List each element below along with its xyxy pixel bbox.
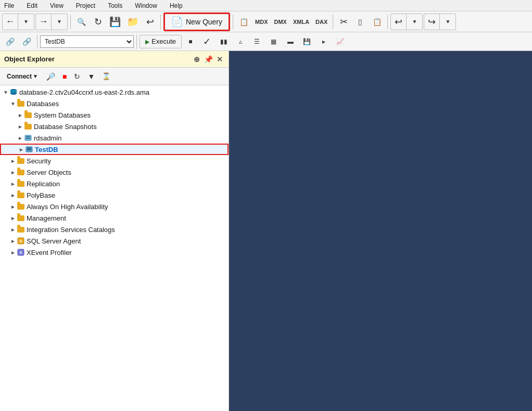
oe-tree[interactable]: ▼ database-2.ctv2u04ccrxf.us-east-2.rds.… (0, 85, 229, 411)
result-to-file[interactable]: 💾 (299, 33, 315, 50)
always-on-node[interactable]: ► Always On High Availability (0, 201, 229, 212)
redo-group: ↪ ▼ (424, 14, 456, 30)
management-node[interactable]: ► Management (0, 212, 229, 224)
menu-project[interactable]: Project (74, 1, 97, 10)
server-node[interactable]: ▼ database-2.ctv2u04ccrxf.us-east-2.rds.… (0, 86, 229, 98)
server-objects-node[interactable]: ► Server Objects (0, 166, 229, 178)
undo-drop[interactable]: ▼ (407, 14, 422, 30)
result-to-text[interactable]: ▬ (283, 33, 298, 50)
testdb-node[interactable]: ► TestDB (0, 144, 229, 155)
menu-file[interactable]: File (2, 1, 16, 10)
svg-point-2 (10, 93, 17, 95)
oe-filter-settings[interactable]: ▼ (85, 71, 97, 82)
result-to-grid[interactable]: ▦ (266, 33, 282, 50)
connect-button[interactable]: Connect ▼ (3, 71, 42, 82)
object-explorer-button[interactable]: 🔍 (73, 14, 89, 30)
query-options[interactable]: ☰ (249, 33, 265, 50)
sql-agent-node[interactable]: ► S SQL Server Agent (0, 235, 229, 247)
db-snapshots-node[interactable]: ► Database Snapshots (0, 121, 229, 132)
copy-button[interactable]: 📋 (236, 14, 251, 30)
xevent-node[interactable]: ► X XEvent Profiler (0, 247, 229, 258)
separator-t2-1 (37, 34, 37, 49)
back-button[interactable]: ← (3, 14, 18, 30)
open-button[interactable]: 📁 (124, 14, 141, 30)
svg-text:S: S (19, 239, 22, 243)
polybase-folder-icon (17, 191, 25, 199)
menu-help[interactable]: Help (168, 1, 185, 10)
server-objects-label: Server Objects (27, 169, 71, 176)
display-estimated-plan[interactable]: ▵ (233, 33, 248, 50)
xevent-label: XEvent Profiler (27, 249, 72, 256)
dax-button[interactable]: DAX (313, 14, 330, 30)
dmx-button[interactable]: DMX (271, 14, 289, 30)
oe-pin-icon[interactable]: ⊕ (192, 55, 201, 63)
replication-node[interactable]: ► Replication (0, 178, 229, 189)
databases-node[interactable]: ▼ Databases (0, 98, 229, 109)
sys-db-folder-icon (24, 111, 32, 119)
svg-rect-4 (26, 136, 30, 137)
undo-button[interactable]: ↩ (391, 14, 407, 30)
refresh-button[interactable]: ↻ (90, 14, 106, 30)
polybase-node[interactable]: ► PolyBase (0, 189, 229, 201)
menu-edit[interactable]: Edit (24, 1, 40, 10)
menu-window[interactable]: Window (133, 1, 159, 10)
oe-stop-button[interactable]: ■ (60, 71, 69, 82)
oe-toolbar: Connect ▼ 🔎 ■ ↻ ▼ ⌛ (0, 68, 229, 85)
testdb-db-icon (25, 145, 33, 153)
oe-pin-vertical-icon[interactable]: 📌 (204, 55, 213, 63)
menu-view[interactable]: View (48, 1, 66, 10)
db-snapshots-label: Database Snapshots (34, 123, 97, 131)
save-button[interactable]: 💾 (107, 14, 123, 30)
disconnect-icon-btn[interactable]: 🔗 (19, 33, 34, 50)
menu-tools[interactable]: Tools (106, 1, 124, 10)
copy2-button[interactable]: ▯ (352, 14, 368, 30)
mdx-button[interactable]: MDX (252, 14, 270, 30)
new-query-icon: 📄 (171, 16, 183, 28)
oe-refresh-button[interactable]: ↻ (71, 71, 83, 82)
paste-button[interactable]: 📋 (369, 14, 385, 30)
integration-services-node[interactable]: ► Integration Services Catalogs (0, 224, 229, 235)
always-on-expand-icon: ► (9, 204, 17, 210)
integration-services-label: Integration Services Catalogs (27, 226, 115, 234)
oe-object-filter[interactable]: ⌛ (99, 71, 113, 82)
connect-dropdown-icon[interactable]: ▼ (33, 73, 38, 79)
include-client-stats[interactable]: ▮▮ (216, 33, 232, 50)
testdb-label: TestDB (35, 146, 58, 153)
back-dropdown[interactable]: ▼ (18, 14, 34, 30)
stop-button[interactable]: ■ (183, 33, 198, 50)
forward-dropdown[interactable]: ▼ (52, 14, 67, 30)
always-on-folder-icon (17, 202, 25, 211)
xevent-expand-icon: ► (9, 250, 17, 255)
live-stats[interactable]: 📈 (333, 33, 348, 50)
rdsadmin-node[interactable]: ► rdsadmin (0, 132, 229, 144)
query-editor-pane[interactable] (229, 51, 532, 411)
testdb-expand-icon: ► (18, 147, 25, 152)
forward-button[interactable]: → (36, 14, 52, 30)
oe-close-icon[interactable]: ✕ (215, 55, 224, 63)
nav-button-group: ← ▼ (2, 14, 34, 30)
undo-group[interactable]: ↩ (142, 14, 158, 30)
system-databases-node[interactable]: ► System Databases (0, 109, 229, 121)
redo-button[interactable]: ↪ (424, 14, 440, 30)
actual-plan[interactable]: ▸ (316, 33, 332, 50)
query-toolbar: 🔗 🔗 TestDB master rdsadmin Execute ■ ✓ ▮… (0, 32, 532, 51)
security-node[interactable]: ► Security (0, 155, 229, 166)
sql-agent-icon: S (17, 237, 25, 245)
object-explorer-title: Object Explorer (4, 55, 55, 63)
oe-filter-button[interactable]: 🔎 (44, 71, 58, 82)
server-expand-icon: ▼ (2, 89, 9, 95)
redo-drop[interactable]: ▼ (440, 14, 455, 30)
cut-button[interactable]: ✂ (336, 14, 351, 30)
rdsadmin-label: rdsadmin (34, 134, 61, 142)
security-label: Security (27, 157, 51, 165)
new-query-label: New Query (186, 18, 222, 26)
undo-redo-group: ↩ ▼ (390, 14, 423, 30)
xmla-button[interactable]: XMLA (290, 14, 312, 30)
connect-icon-btn[interactable]: 🔗 (2, 33, 18, 50)
execute-button[interactable]: Execute (140, 35, 182, 48)
separator-3 (233, 15, 233, 29)
new-query-button[interactable]: 📄 New Query (163, 12, 230, 31)
svg-text:X: X (19, 250, 22, 255)
database-selector[interactable]: TestDB master rdsadmin (40, 35, 134, 48)
parse-button[interactable]: ✓ (199, 33, 215, 50)
